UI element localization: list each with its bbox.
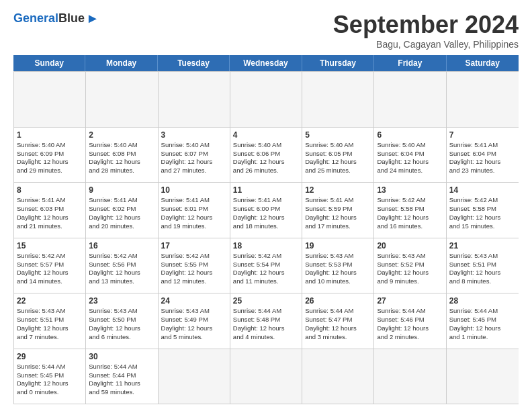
cell-line: Sunrise: 5:40 AM — [377, 141, 443, 150]
calendar-header-day: Tuesday — [158, 55, 230, 71]
cell-line: and 16 minutes. — [377, 222, 443, 231]
cell-line: Sunset: 5:50 PM — [89, 316, 154, 324]
calendar-cell: 15Sunrise: 5:42 AMSunset: 5:57 PMDayligh… — [14, 238, 86, 293]
cell-line: Sunrise: 5:43 AM — [89, 307, 154, 316]
cell-line: Daylight: 12 hours — [17, 158, 83, 167]
cell-line: and 6 minutes. — [89, 333, 154, 342]
day-number: 28 — [449, 295, 516, 306]
cell-line: Sunrise: 5:42 AM — [17, 252, 83, 261]
cell-line: Sunset: 5:54 PM — [233, 261, 299, 269]
cell-line: Sunrise: 5:43 AM — [449, 252, 516, 261]
day-number: 15 — [17, 240, 83, 251]
calendar-cell-empty — [230, 349, 302, 404]
cell-line: Sunrise: 5:44 AM — [305, 307, 371, 316]
calendar-header: SundayMondayTuesdayWednesdayThursdayFrid… — [13, 55, 519, 71]
day-number: 3 — [161, 130, 227, 140]
cell-line: Sunset: 6:04 PM — [449, 150, 516, 158]
cell-line: Sunrise: 5:41 AM — [161, 196, 227, 205]
cell-line: Daylight: 12 hours — [305, 158, 371, 167]
cell-line: Daylight: 12 hours — [161, 158, 227, 167]
day-number: 22 — [17, 295, 83, 306]
calendar-row: 8Sunrise: 5:41 AMSunset: 6:03 PMDaylight… — [14, 183, 519, 238]
cell-line: and 7 minutes. — [17, 333, 83, 342]
cell-line: and 28 minutes. — [89, 167, 154, 175]
cell-line: Daylight: 12 hours — [377, 214, 443, 222]
day-number: 25 — [233, 295, 299, 306]
day-number: 9 — [89, 185, 154, 195]
calendar-row: 1Sunrise: 5:40 AMSunset: 6:09 PMDaylight… — [14, 128, 519, 183]
cell-line: Daylight: 12 hours — [89, 158, 154, 167]
day-number: 18 — [233, 240, 299, 251]
day-number: 2 — [89, 130, 154, 140]
cell-line: and 15 minutes. — [449, 222, 516, 231]
cell-line: Sunrise: 5:43 AM — [377, 252, 443, 261]
calendar-row — [14, 72, 519, 128]
cell-line: and 21 minutes. — [17, 222, 83, 231]
cell-line: and 23 minutes. — [449, 167, 516, 175]
cell-line: Sunset: 6:00 PM — [233, 205, 299, 214]
calendar-header-day: Saturday — [447, 55, 519, 71]
calendar-cell-empty — [230, 72, 302, 127]
cell-line: Sunset: 5:53 PM — [305, 261, 371, 269]
cell-line: and 29 minutes. — [17, 167, 83, 175]
cell-line: Sunset: 6:03 PM — [17, 205, 83, 214]
cell-line: Sunrise: 5:40 AM — [89, 141, 154, 150]
cell-line: Sunset: 5:49 PM — [161, 316, 227, 324]
cell-line: Sunrise: 5:44 AM — [17, 363, 83, 371]
cell-line: Sunrise: 5:42 AM — [89, 252, 154, 261]
logo-arrow-icon: ► — [86, 11, 99, 26]
cell-line: Daylight: 12 hours — [17, 324, 83, 333]
cell-line: Daylight: 12 hours — [89, 324, 154, 333]
cell-line: Sunset: 6:04 PM — [377, 150, 443, 158]
calendar-cell: 5Sunrise: 5:40 AMSunset: 6:05 PMDaylight… — [302, 128, 374, 183]
calendar-cell-empty — [374, 349, 446, 404]
calendar-header-day: Friday — [374, 55, 446, 71]
day-number: 26 — [305, 295, 371, 306]
day-number: 6 — [377, 130, 443, 140]
cell-line: Sunset: 6:01 PM — [161, 205, 227, 214]
day-number: 23 — [89, 295, 154, 306]
calendar-cell: 26Sunrise: 5:44 AMSunset: 5:47 PMDayligh… — [302, 293, 374, 349]
day-number: 17 — [161, 240, 227, 251]
day-number: 7 — [449, 130, 516, 140]
cell-line: Daylight: 12 hours — [89, 269, 154, 277]
calendar-cell: 28Sunrise: 5:44 AMSunset: 5:45 PMDayligh… — [447, 293, 519, 349]
cell-line: Sunrise: 5:41 AM — [17, 196, 83, 205]
cell-line: Sunrise: 5:42 AM — [377, 196, 443, 205]
cell-line: Sunset: 5:52 PM — [377, 261, 443, 269]
cell-line: Daylight: 12 hours — [377, 269, 443, 277]
cell-line: and 19 minutes. — [161, 222, 227, 231]
cell-line: Sunrise: 5:41 AM — [449, 141, 516, 150]
cell-line: and 12 minutes. — [161, 277, 227, 286]
cell-line: and 26 minutes. — [233, 167, 299, 175]
cell-line: Daylight: 12 hours — [89, 214, 154, 222]
calendar-cell: 19Sunrise: 5:43 AMSunset: 5:53 PMDayligh… — [302, 238, 374, 293]
cell-line: Sunset: 6:02 PM — [89, 205, 154, 214]
cell-line: and 27 minutes. — [161, 167, 227, 175]
day-number: 30 — [89, 351, 154, 362]
header: GeneralBlue ► September 2024 Bagu, Cagay… — [13, 11, 519, 50]
cell-line: Sunset: 6:06 PM — [233, 150, 299, 158]
cell-line: Daylight: 12 hours — [17, 269, 83, 277]
cell-line: Sunset: 5:44 PM — [89, 371, 154, 380]
day-number: 11 — [233, 185, 299, 195]
calendar-cell: 24Sunrise: 5:43 AMSunset: 5:49 PMDayligh… — [159, 293, 230, 349]
calendar-cell: 9Sunrise: 5:41 AMSunset: 6:02 PMDaylight… — [86, 183, 158, 238]
cell-line: Daylight: 12 hours — [233, 214, 299, 222]
cell-line: and 8 minutes. — [449, 277, 516, 286]
cell-line: Sunset: 6:05 PM — [305, 150, 371, 158]
cell-line: and 5 minutes. — [161, 333, 227, 342]
calendar-cell: 17Sunrise: 5:42 AMSunset: 5:55 PMDayligh… — [159, 238, 230, 293]
cell-line: Sunset: 5:56 PM — [89, 261, 154, 269]
cell-line: and 10 minutes. — [305, 277, 371, 286]
calendar-cell: 20Sunrise: 5:43 AMSunset: 5:52 PMDayligh… — [374, 238, 446, 293]
calendar-cell: 27Sunrise: 5:44 AMSunset: 5:46 PMDayligh… — [374, 293, 446, 349]
cell-line: Sunset: 6:09 PM — [17, 150, 83, 158]
calendar-cell: 4Sunrise: 5:40 AMSunset: 6:06 PMDaylight… — [230, 128, 302, 183]
day-number: 29 — [17, 351, 83, 362]
cell-line: Sunset: 5:58 PM — [377, 205, 443, 214]
calendar-cell: 1Sunrise: 5:40 AMSunset: 6:09 PMDaylight… — [14, 128, 86, 183]
calendar-cell: 11Sunrise: 5:41 AMSunset: 6:00 PMDayligh… — [230, 183, 302, 238]
month-title: September 2024 — [333, 11, 519, 39]
calendar-header-day: Wednesday — [230, 55, 302, 71]
